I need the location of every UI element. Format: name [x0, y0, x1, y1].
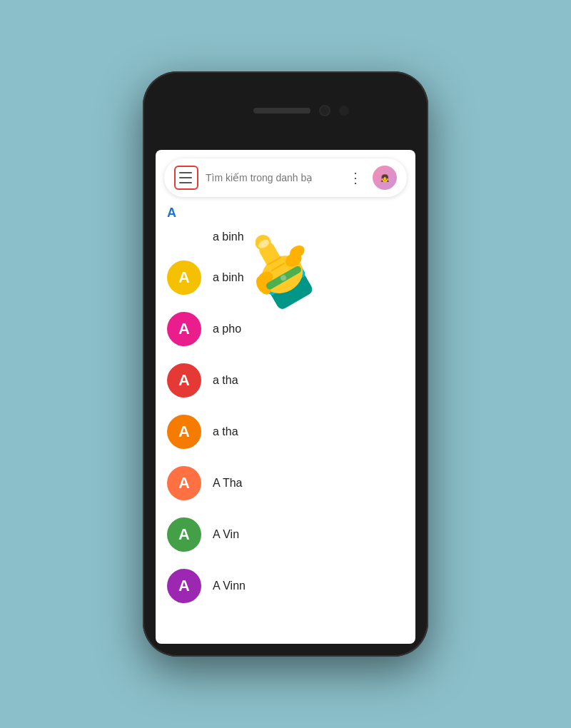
list-item[interactable]: AA Vinn	[156, 560, 415, 612]
contact-avatar: A	[167, 312, 201, 346]
list-item[interactable]: Aa pho	[156, 303, 415, 355]
contact-avatar: A	[167, 415, 201, 449]
search-bar: ⋮ 👧	[164, 158, 407, 197]
avatar-image: 👧	[373, 166, 397, 190]
contact-avatar: A	[167, 466, 201, 500]
menu-line-2	[179, 177, 192, 178]
list-item[interactable]: Aa tha	[156, 406, 415, 457]
contact-name: a binh	[213, 231, 244, 243]
contact-name: a pho	[213, 323, 241, 335]
front-camera	[319, 105, 330, 116]
contact-avatar: A	[167, 363, 201, 398]
phone-top-bar	[143, 71, 428, 150]
contact-name: A Vinn	[213, 580, 246, 592]
sensor-left	[222, 107, 229, 114]
section-letter-a: A	[167, 206, 176, 220]
contact-name: a binh	[213, 271, 244, 284]
phone-screen: ⋮ 👧 A a binh Aa binhAa phoAa thaAa thaAA…	[156, 150, 415, 644]
contact-avatar: A	[167, 569, 201, 603]
list-item[interactable]: AA Vin	[156, 509, 415, 560]
search-input[interactable]	[206, 172, 338, 183]
contact-items-container: Aa binhAa phoAa thaAa thaAA ThaAA VinAA …	[156, 252, 415, 612]
menu-line-3	[179, 182, 192, 183]
section-header-a: A	[156, 203, 415, 222]
sensor-left2	[238, 107, 245, 114]
speaker-grill	[253, 108, 310, 113]
user-avatar[interactable]: 👧	[373, 166, 397, 190]
list-item[interactable]: Aa binh	[156, 252, 415, 303]
sensor-right	[339, 106, 349, 116]
contact-name: a tha	[213, 374, 238, 387]
more-options-icon[interactable]: ⋮	[345, 169, 365, 186]
contact-name: A Tha	[213, 477, 243, 490]
contact-avatar: A	[167, 517, 201, 552]
list-item[interactable]: Aa tha	[156, 355, 415, 406]
list-item[interactable]: a binh	[156, 222, 415, 252]
contact-name: a tha	[213, 425, 238, 438]
list-item[interactable]: AA Tha	[156, 457, 415, 509]
contact-list: A a binh Aa binhAa phoAa thaAa thaAA Tha…	[156, 203, 415, 612]
menu-button[interactable]	[174, 166, 198, 190]
menu-line-1	[179, 172, 192, 173]
phone-frame: ⋮ 👧 A a binh Aa binhAa phoAa thaAa thaAA…	[143, 71, 428, 657]
contact-name: A Vin	[213, 528, 239, 541]
contact-avatar: A	[167, 261, 201, 295]
